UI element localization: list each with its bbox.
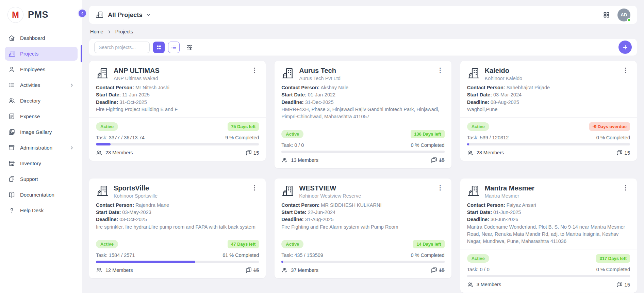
chevron-down-icon[interactable] (146, 12, 151, 18)
chat-button[interactable]: 15 (245, 149, 259, 156)
chat-button[interactable]: 15 (431, 157, 445, 164)
sidebar-item-help-desk[interactable]: Help Desk (0, 203, 82, 218)
question-icon (8, 207, 15, 214)
sidebar-item-activities[interactable]: Activities (0, 77, 82, 93)
card-menu-button[interactable]: ⋮ (436, 184, 445, 191)
sidebar-item-administration[interactable]: Administration (0, 140, 82, 155)
deadline-label: Deadline: (96, 217, 118, 222)
status-badge: Active (281, 130, 303, 138)
chat-button[interactable]: 15 (616, 281, 630, 288)
people-icon (467, 150, 474, 156)
card-menu-button[interactable]: ⋮ (621, 66, 630, 74)
breadcrumb-home[interactable]: Home (90, 29, 103, 34)
deadline-label: Deadline: (281, 99, 303, 105)
chat-count: 15 (253, 267, 259, 273)
apps-grid-icon[interactable] (603, 11, 610, 18)
chat-count: 15 (253, 150, 259, 156)
breadcrumb-current[interactable]: Projects (115, 29, 133, 34)
chat-bubbles-icon (431, 267, 437, 274)
chat-count: 15 (439, 267, 445, 273)
chevron-right-icon (69, 83, 74, 88)
start-date-value: 03-Mar-2024 (493, 92, 522, 97)
chat-button[interactable]: 15 (245, 267, 259, 274)
chevron-left-icon (80, 11, 84, 15)
days-badge: 47 Days left (228, 240, 259, 248)
start-date-label: Start Date: (467, 92, 492, 97)
members-count: 13 Members (281, 157, 318, 163)
list-view-button[interactable] (168, 42, 180, 53)
sidebar-item-label: Activities (20, 82, 40, 88)
card-divider (275, 125, 451, 125)
sidebar-item-documentation[interactable]: Documentation (0, 187, 82, 202)
project-card[interactable]: SportsVille Kohinoor Sportsville ⋮ Conta… (89, 179, 266, 278)
search-input[interactable] (94, 42, 150, 53)
user-avatar[interactable]: AD (617, 9, 630, 21)
sidebar-item-expense[interactable]: Expense (0, 109, 82, 124)
task-count: Task: 3377 / 36713.74 (96, 135, 145, 140)
progress-bar (281, 261, 444, 263)
deadline-value: 31-Dec-2025 (305, 99, 334, 105)
people-icon (281, 267, 288, 273)
app-title: PMS (28, 10, 48, 20)
grid-view-button[interactable] (153, 42, 165, 53)
sidebar-item-directory[interactable]: Directory (0, 93, 82, 108)
filter-sliders-icon (186, 44, 193, 51)
sidebar-collapse-button[interactable] (78, 9, 87, 18)
sidebar-item-label: Documentation (20, 192, 54, 198)
project-card[interactable]: Kaleido Kohinoor Kaleido ⋮ Contact Perso… (460, 61, 637, 161)
deadline-label: Deadline: (467, 217, 489, 222)
chat-button[interactable]: 15 (431, 267, 445, 274)
percent-completed: 0 % Completed (411, 142, 445, 148)
progress-bar (467, 275, 630, 277)
chat-bubbles-icon (431, 157, 437, 164)
sidebar-item-label: Expense (20, 113, 40, 119)
project-card[interactable]: Aurus Tech Aurus Tech Pvt Ltd ⋮ Contact … (275, 61, 451, 168)
contact-label: Contact Person: (281, 202, 319, 208)
contact-label: Contact Person: (96, 85, 134, 90)
members-count: 12 Members (96, 267, 133, 273)
logo-mark-icon: M (7, 7, 23, 23)
task-count: Task: 1584 / 2571 (96, 252, 135, 258)
project-card[interactable]: Mantra Mesmer Mantra Mesmer ⋮ Contact Pe… (460, 179, 637, 293)
book-icon (8, 191, 15, 198)
task-count: Task: 539 / 120312 (467, 135, 509, 140)
project-card[interactable]: ANP ULTIMAS ANP Ultimas Wakad ⋮ Contact … (89, 61, 266, 161)
filter-button[interactable] (184, 42, 195, 53)
card-menu-button[interactable]: ⋮ (436, 66, 445, 74)
sidebar-item-dashboard[interactable]: Dashboard (0, 30, 82, 46)
members-label: 23 Members (105, 150, 133, 155)
sidebar-item-inventory[interactable]: Inventory (0, 156, 82, 171)
main-content: All Projects AD Home Projects (82, 0, 644, 293)
project-title: Mantra Mesmer (485, 184, 535, 192)
days-badge: 75 Days left (228, 122, 259, 131)
progress-fill (467, 143, 469, 145)
chat-button[interactable]: 15 (616, 149, 630, 156)
members-label: 3 Members (477, 282, 501, 287)
members-label: 12 Members (105, 267, 133, 273)
people-icon (467, 281, 474, 288)
home-icon (8, 34, 15, 42)
sidebar-item-support[interactable]: Support (0, 171, 82, 187)
chat-count: 15 (624, 282, 630, 288)
app-logo: M PMS (0, 0, 82, 30)
sidebar-item-image-gallery[interactable]: Image Gallary (0, 124, 82, 140)
breadcrumb: Home Projects (90, 29, 636, 34)
sidebar-item-label: Projects (20, 51, 38, 57)
card-menu-button[interactable]: ⋮ (250, 66, 259, 74)
building-icon (96, 184, 109, 197)
days-badge: 14 Days left (413, 240, 444, 248)
card-menu-button[interactable]: ⋮ (250, 184, 259, 191)
card-menu-button[interactable]: ⋮ (621, 184, 630, 191)
sidebar-item-projects[interactable]: Projects (0, 46, 82, 61)
contact-value: Rajendra Mane (135, 202, 169, 208)
sidebar-item-label: Image Gallary (20, 129, 52, 135)
chevron-right-icon (107, 30, 112, 34)
task-count: Task: 0 / 0 (467, 267, 490, 272)
add-project-button[interactable] (618, 41, 632, 54)
members-label: 28 Members (477, 150, 504, 155)
progress-bar (467, 143, 630, 145)
project-title: WESTVIEW (299, 184, 361, 192)
sidebar-item-label: Dashboard (20, 35, 45, 41)
project-card[interactable]: WESTVIEW Kohinoor Westview Reserve ⋮ Con… (275, 179, 451, 278)
sidebar-item-employees[interactable]: Employees (0, 62, 82, 77)
